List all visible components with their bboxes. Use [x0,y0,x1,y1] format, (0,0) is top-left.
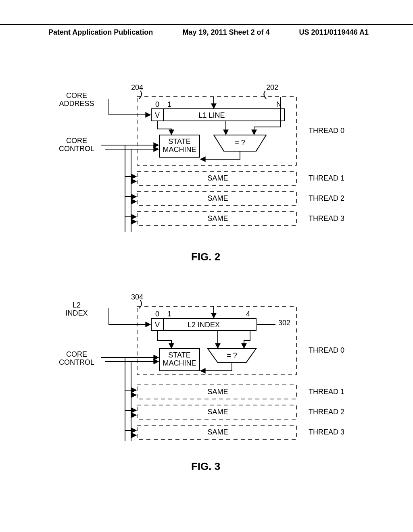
vbit-3: V [155,321,160,329]
figure-3: 304 302 L2INDEX CORECONTROL 0 1 4 V L2 I… [52,282,359,455]
thread3-same-3: SAME [207,428,228,436]
thread1-label: THREAD 1 [309,174,344,182]
thread2-same-3: SAME [207,408,228,416]
thread0-label-3: THREAD 0 [309,346,344,354]
figure-2-caption: FIG. 2 [52,251,359,263]
l2-index-text: L2 INDEX [188,321,220,329]
page: Patent Application Publication May 19, 2… [0,0,413,532]
figure-3-caption: FIG. 3 [52,460,359,473]
ref-302: 302 [278,319,290,327]
page-header: Patent Application Publication May 19, 2… [0,24,413,37]
thread3-label-3: THREAD 3 [309,428,344,436]
ref-304: 304 [131,293,143,301]
bitN: N [276,100,282,108]
ref-202: 202 [266,83,278,91]
comparator-text: = ? [235,139,245,147]
thread3-label: THREAD 3 [309,214,344,222]
header-left: Patent Application Publication [48,28,153,37]
figure-2: 204 202 COREADDRESS CORECONTROL 0 1 N V … [52,73,359,246]
thread2-label-3: THREAD 2 [309,408,344,416]
ref-204: 204 [131,83,143,91]
l1-line-text: L1 LINE [198,111,225,119]
bit0-3: 0 [155,310,159,318]
figure-3-svg: 304 302 L2INDEX CORECONTROL 0 1 4 V L2 I… [52,282,359,455]
thread3-same: SAME [207,214,228,222]
bit1-3: 1 [167,310,171,318]
thread2-same: SAME [207,194,228,202]
header-right: US 2011/0119446 A1 [299,28,369,37]
thread1-label-3: THREAD 1 [309,388,344,396]
figure-2-svg: 204 202 COREADDRESS CORECONTROL 0 1 N V … [52,73,359,246]
thread1-same-3: SAME [207,388,228,396]
thread1-same: SAME [207,174,228,182]
core-control-label: CORECONTROL [59,137,94,153]
thread2-label: THREAD 2 [309,194,344,202]
core-address-label: COREADDRESS [59,91,94,108]
l2-index-label: L2INDEX [65,301,88,317]
bit0: 0 [155,100,159,108]
bit4-3: 4 [246,310,250,318]
header-center: May 19, 2011 Sheet 2 of 4 [182,28,269,37]
comparator-text-3: = ? [227,351,237,360]
vbit: V [155,111,160,119]
bit1: 1 [167,100,171,108]
thread0-label: THREAD 0 [309,127,344,135]
core-control-label-3: CORECONTROL [59,350,94,366]
